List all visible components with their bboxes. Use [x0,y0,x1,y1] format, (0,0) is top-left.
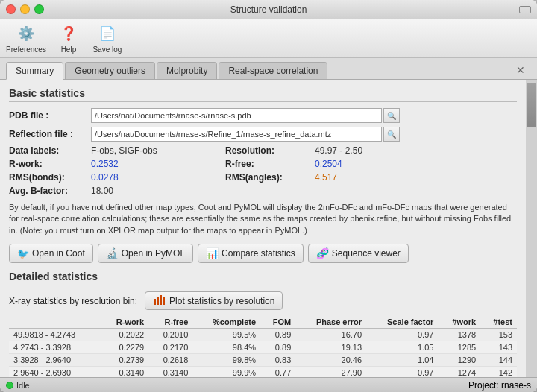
rwork-value: 0.2532 [91,159,225,169]
xray-row: X-ray statistics by resolution bin: Plot… [9,291,517,310]
plot-stats-button[interactable]: Plot statistics by resolution [145,291,283,310]
rms-bonds-label: RMS(bonds): [9,172,91,183]
rms-bonds-row: RMS(bonds): 0.0278 RMS(angles): 4.517 [9,172,517,183]
basic-stats-title: Basic statistics [9,87,517,102]
stats-table: R-work R-free %complete FOM Phase error … [9,316,517,377]
reflection-search-button[interactable]: 🔍 [383,127,400,142]
scrollbar-thumb[interactable] [527,83,536,127]
col-scale: Scale factor [366,316,438,329]
minimize-button[interactable] [20,4,30,14]
open-pymol-button[interactable]: 🔬 Open in PyMOL [98,244,193,263]
cell-value: 1285 [438,341,480,354]
svg-rect-0 [154,299,156,305]
svg-rect-2 [160,295,162,305]
rms-bonds-value: 0.0278 [91,172,225,183]
cell-value: 0.3140 [101,367,148,377]
cell-value: 0.83 [260,354,295,367]
help-label: Help [61,45,77,54]
avg-bfactor-row: Avg. B-factor: 18.00 [9,186,517,196]
pdb-file-input[interactable] [91,108,382,123]
preferences-icon: ⚙️ [16,23,37,44]
cell-value: 0.89 [260,329,295,341]
cell-range: 2.9640 - 2.6930 [9,367,101,377]
resolution-label: Resolution: [225,145,315,156]
cell-value: 0.3140 [148,367,192,377]
tab-molprobity[interactable]: Molprobity [157,62,217,79]
compare-stats-button[interactable]: 📊 Compare statistics [198,244,304,263]
action-buttons: 🐦 Open in Coot 🔬 Open in PyMOL 📊 Compare… [9,244,517,263]
cell-value: 0.2010 [148,329,192,341]
status-left: Idle [6,381,30,390]
cell-value: 0.2739 [101,354,148,367]
tab-geometry[interactable]: Geometry outliers [65,62,155,79]
sequence-viewer-button[interactable]: 🧬 Sequence viewer [308,244,409,263]
plot-stats-label: Plot statistics by resolution [169,296,274,306]
svg-rect-1 [157,297,159,305]
col-work: #work [438,316,480,329]
cell-value: 0.2022 [101,329,148,341]
maximize-button[interactable] [34,4,44,14]
scrollbar[interactable] [526,80,537,377]
status-label: Idle [16,381,30,390]
sequence-icon: 🧬 [316,247,329,259]
pdb-file-row: PDB file : 🔍 [9,108,517,123]
project-label: Project: rnase-s [468,380,531,391]
window-title: Structure validation [230,4,307,15]
table-row: 49.9818 - 4.27430.20220.201099.5%0.8916.… [9,329,517,341]
cell-value: 16.70 [295,329,366,341]
preferences-button[interactable]: ⚙️ Preferences [6,23,46,54]
open-coot-button[interactable]: 🐦 Open in Coot [9,244,93,263]
cell-value: 143 [480,341,517,354]
col-rfree: R-free [148,316,192,329]
cell-value: 0.2279 [101,341,148,354]
cell-value: 99.8% [192,354,260,367]
rms-angles-label: RMS(angles): [225,172,315,183]
col-fom: FOM [260,316,295,329]
compare-stats-label: Compare statistics [222,248,295,259]
table-row: 2.9640 - 2.69300.31400.314099.9%0.7727.9… [9,367,517,377]
status-indicator [6,382,13,389]
svg-rect-3 [163,297,165,305]
tab-summary[interactable]: Summary [6,62,63,80]
tab-realspace[interactable]: Real-space correlation [219,62,327,79]
titlebar: Structure validation [0,0,537,19]
reflection-file-input[interactable] [91,127,382,142]
compare-icon: 📊 [206,247,219,259]
open-coot-label: Open in Coot [32,248,85,259]
avg-bfactor-value: 18.00 [91,186,225,196]
coot-icon: 🐦 [17,248,29,259]
sequence-viewer-label: Sequence viewer [332,248,401,259]
cell-value: 1378 [438,329,480,341]
help-button[interactable]: ❓ Help [52,23,85,54]
rfree-value: 0.2504 [315,159,342,169]
cell-value: 0.2170 [148,341,192,354]
traffic-lights [6,4,44,14]
rwork-label: R-work: [9,159,91,169]
main-panel: Basic statistics PDB file : 🔍 Reflection… [0,80,526,377]
savelog-button[interactable]: 📄 Save log [91,23,124,54]
table-row: 3.3928 - 2.96400.27390.261899.8%0.8320.4… [9,354,517,367]
help-icon: ❓ [58,23,79,44]
cell-value: 1.04 [366,354,438,367]
info-text: By default, if you have not defined othe… [9,202,517,236]
cell-value: 0.2618 [148,354,192,367]
savelog-label: Save log [92,45,122,54]
table-header-row: R-work R-free %complete FOM Phase error … [9,316,517,329]
detailed-stats-title: Detailed statistics [9,271,517,285]
cell-range: 4.2743 - 3.3928 [9,341,101,354]
cell-value: 142 [480,367,517,377]
rms-angles-value: 4.517 [315,172,337,183]
pdb-search-button[interactable]: 🔍 [383,108,400,123]
close-button[interactable] [6,4,16,14]
cell-value: 1274 [438,367,480,377]
tab-close-button[interactable]: ✕ [510,61,531,79]
cell-value: 98.4% [192,341,260,354]
avg-bfactor-label: Avg. B-factor: [9,186,91,196]
col-rwork: R-work [101,316,148,329]
savelog-icon: 📄 [97,23,118,44]
col-test: #test [480,316,517,329]
cell-value: 27.90 [295,367,366,377]
chart-icon [153,294,166,307]
xray-label: X-ray statistics by resolution bin: [9,296,137,306]
preferences-label: Preferences [6,45,46,54]
